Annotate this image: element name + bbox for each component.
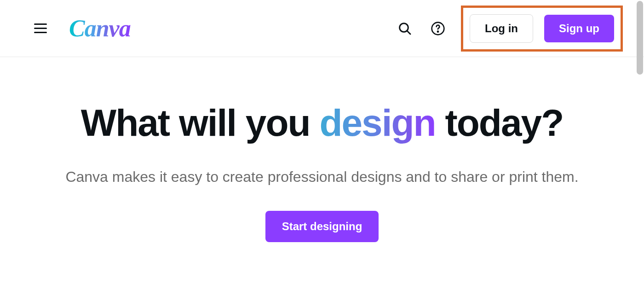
login-button[interactable]: Log in [470, 14, 533, 43]
hero-title-accent: design [319, 102, 435, 144]
scrollbar[interactable] [637, 1, 643, 75]
search-icon[interactable] [395, 18, 415, 39]
help-icon[interactable] [428, 18, 448, 39]
header-right: Log in Sign up [395, 6, 616, 52]
svg-point-3 [437, 31, 438, 32]
svg-line-1 [407, 30, 410, 34]
canva-logo[interactable]: Canva [69, 15, 131, 42]
header: Canva Log in Sign up [0, 0, 644, 57]
hero-section: What will you design today? Canva makes … [0, 57, 644, 242]
start-designing-button[interactable]: Start designing [265, 211, 379, 242]
hero-title: What will you design today? [28, 103, 616, 143]
hero-subtitle: Canva makes it easy to create profession… [28, 166, 616, 189]
header-left: Canva [32, 15, 131, 42]
signup-button[interactable]: Sign up [544, 15, 614, 42]
auth-highlight-box: Log in Sign up [461, 6, 623, 52]
hero-title-before: What will you [81, 102, 320, 144]
hamburger-menu-icon[interactable] [32, 22, 49, 35]
hero-title-after: today? [436, 102, 564, 144]
